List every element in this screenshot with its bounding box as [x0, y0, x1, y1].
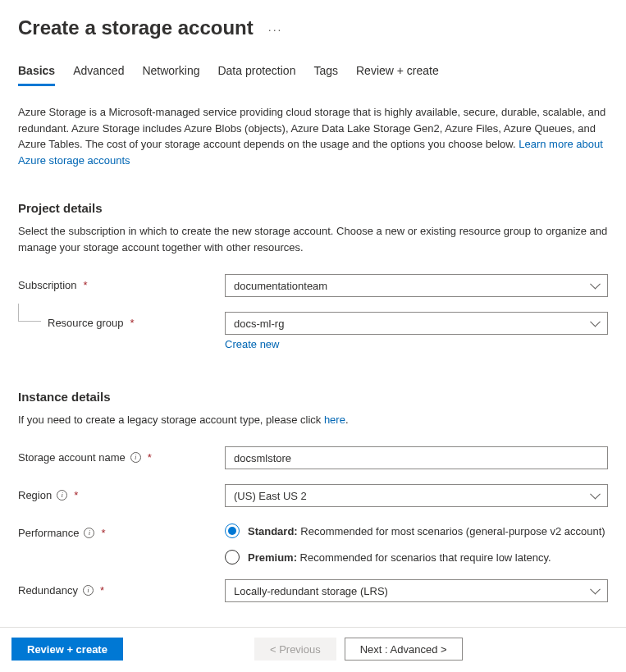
required-indicator: *	[84, 279, 88, 291]
resource-group-value: docs-ml-rg	[234, 318, 284, 330]
instance-details-desc: If you need to create a legacy storage a…	[18, 412, 608, 428]
intro-body: Azure Storage is a Microsoft-managed ser…	[18, 106, 605, 150]
required-indicator: *	[74, 489, 78, 501]
required-indicator: *	[101, 527, 105, 539]
redundancy-value: Locally-redundant storage (LRS)	[234, 585, 388, 597]
region-value: (US) East US 2	[234, 490, 307, 502]
page-title: Create a storage account	[18, 16, 254, 39]
required-indicator: *	[130, 317, 135, 329]
redundancy-select[interactable]: Locally-redundant storage (LRS)	[225, 579, 608, 602]
storage-account-name-input[interactable]: docsmlstore	[225, 446, 608, 469]
perf-premium-bold: Premium:	[248, 551, 297, 564]
instance-desc-pre: If you need to create a legacy storage a…	[18, 414, 324, 426]
project-details-heading: Project details	[18, 201, 608, 215]
next-button[interactable]: Next : Advanced >	[345, 638, 463, 661]
info-icon[interactable]: i	[84, 528, 94, 538]
region-label: Region	[18, 489, 52, 501]
review-create-button[interactable]: Review + create	[11, 638, 123, 661]
required-indicator: *	[148, 451, 152, 464]
previous-button: < Previous	[254, 638, 336, 661]
instance-desc-post: .	[345, 414, 349, 426]
footer-bar: Review + create < Previous Next : Advanc…	[0, 627, 626, 672]
intro-text: Azure Storage is a Microsoft-managed ser…	[18, 104, 608, 168]
tab-basics[interactable]: Basics	[18, 64, 55, 86]
tab-networking[interactable]: Networking	[142, 64, 199, 86]
info-icon[interactable]: i	[57, 490, 67, 501]
subscription-value: documentationteam	[234, 280, 327, 292]
performance-premium-label: Premium: Recommended for scenarios that …	[248, 551, 551, 564]
performance-premium-radio[interactable]: Premium: Recommended for scenarios that …	[225, 550, 608, 565]
performance-standard-label: Standard: Recommended for most scenarios…	[248, 525, 605, 537]
required-indicator: *	[100, 584, 104, 597]
storage-account-name-label: Storage account name	[18, 451, 126, 464]
tab-review-create[interactable]: Review + create	[356, 64, 439, 86]
redundancy-label: Redundancy	[18, 584, 78, 597]
more-icon[interactable]: ···	[268, 20, 283, 36]
project-details-desc: Select the subscription in which to crea…	[18, 223, 608, 256]
storage-account-name-value: docsmlstore	[234, 452, 291, 464]
perf-premium-rest: Recommended for scenarios that require l…	[297, 551, 551, 564]
radio-checked-icon	[225, 523, 240, 538]
radio-unchecked-icon	[225, 550, 240, 565]
perf-standard-rest: Recommended for most scenarios (general-…	[298, 525, 605, 537]
instance-details-heading: Instance details	[18, 390, 608, 404]
subscription-label: Subscription	[18, 279, 77, 291]
subscription-select[interactable]: documentationteam	[225, 274, 608, 297]
tab-data-protection[interactable]: Data protection	[217, 64, 295, 86]
region-select[interactable]: (US) East US 2	[225, 484, 608, 507]
legacy-here-link[interactable]: here	[324, 414, 345, 426]
performance-standard-radio[interactable]: Standard: Recommended for most scenarios…	[225, 523, 608, 538]
tab-advanced[interactable]: Advanced	[73, 64, 124, 86]
performance-label: Performance	[18, 527, 79, 539]
tabs-bar: Basics Advanced Networking Data protecti…	[18, 64, 608, 86]
info-icon[interactable]: i	[83, 585, 94, 596]
tree-connector-icon	[18, 304, 41, 322]
tab-tags[interactable]: Tags	[313, 64, 338, 86]
perf-standard-bold: Standard:	[248, 525, 298, 537]
create-new-link[interactable]: Create new	[225, 338, 279, 350]
info-icon[interactable]: i	[130, 452, 141, 463]
resource-group-select[interactable]: docs-ml-rg	[225, 312, 608, 335]
resource-group-label: Resource group	[48, 317, 124, 329]
